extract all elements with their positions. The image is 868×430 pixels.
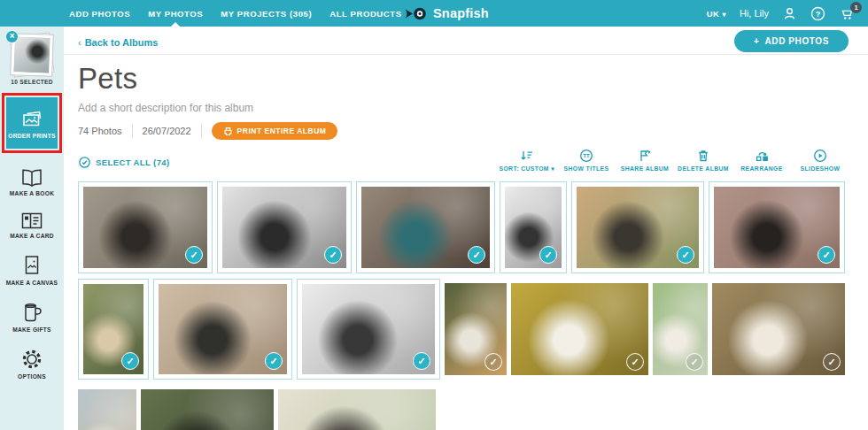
album-top-row: ‹Back to Albums + ADD PHOTOS bbox=[64, 27, 868, 55]
card-icon bbox=[19, 211, 44, 230]
photo-thumbnail[interactable] bbox=[78, 389, 136, 430]
selected-check-icon[interactable]: ✓ bbox=[324, 246, 342, 264]
photo-grid: ✓✓✓✓✓✓✓✓✓✓✓✓✓ bbox=[64, 181, 868, 430]
photo-thumbnail[interactable]: ✓ bbox=[511, 283, 648, 375]
cart-count-badge: 1 bbox=[850, 2, 862, 13]
photo-count: 74 Photos bbox=[78, 126, 122, 136]
photo-image bbox=[278, 389, 436, 430]
chevron-left-icon: ‹ bbox=[78, 37, 81, 48]
titles-icon: TT bbox=[579, 149, 593, 163]
sidebar-item-label: MAKE A BOOK bbox=[10, 190, 54, 196]
selected-check-icon[interactable]: ✓ bbox=[265, 352, 283, 370]
selected-photos-thumbnail bbox=[12, 35, 52, 75]
sidebar-item-make-gifts[interactable]: MAKE GIFTS bbox=[12, 301, 51, 333]
play-circle-icon bbox=[813, 149, 827, 163]
selected-check-icon[interactable]: ✓ bbox=[818, 246, 835, 264]
photo-thumbnail[interactable] bbox=[278, 389, 436, 430]
photo-thumbnail[interactable]: ✓ bbox=[571, 181, 704, 273]
plus-icon: + bbox=[754, 36, 759, 46]
primary-nav: ADD PHOTOS MY PHOTOS MY PROJECTS (305) A… bbox=[0, 0, 402, 27]
sidebar-item-make-a-card[interactable]: MAKE A CARD bbox=[10, 211, 54, 239]
photo-grid-row: ✓✓✓✓✓✓ bbox=[78, 181, 868, 273]
unselected-check-icon[interactable]: ✓ bbox=[823, 353, 841, 371]
slideshow-button[interactable]: SLIDESHOW bbox=[794, 149, 847, 173]
album-date: 26/07/2022 bbox=[143, 126, 191, 136]
unselected-check-icon[interactable]: ✓ bbox=[626, 353, 644, 371]
person-icon bbox=[782, 6, 797, 21]
rearrange-icon bbox=[755, 149, 770, 163]
help-button[interactable]: ? bbox=[810, 6, 825, 21]
projects-sidebar: × 10 SELECTED ORDER PRINTS bbox=[0, 27, 64, 430]
sidebar-item-label: MAKE GIFTS bbox=[12, 326, 51, 333]
photo-thumbnail[interactable]: ✓ bbox=[297, 279, 440, 380]
account-button[interactable] bbox=[782, 6, 797, 21]
photo-image bbox=[141, 389, 274, 430]
photo-thumbnail[interactable]: ✓ bbox=[78, 181, 213, 273]
sidebar-item-make-a-book[interactable]: MAKE A BOOK bbox=[10, 168, 54, 196]
annotation-highlight-box: ORDER PRINTS bbox=[2, 93, 62, 153]
unselected-check-icon[interactable]: ✓ bbox=[484, 353, 502, 371]
sidebar-item-make-a-canvas[interactable]: MAKE A CANVAS bbox=[6, 254, 58, 286]
photo-thumbnail[interactable]: ✓ bbox=[653, 283, 708, 375]
photo-thumbnail[interactable]: ✓ bbox=[217, 181, 352, 273]
nav-my-photos[interactable]: MY PHOTOS bbox=[148, 0, 203, 27]
add-photos-button[interactable]: + ADD PHOTOS bbox=[734, 30, 849, 52]
back-to-albums-link[interactable]: ‹Back to Albums bbox=[78, 37, 158, 48]
album-description-field[interactable]: Add a short description for this album bbox=[78, 102, 849, 114]
chevron-down-icon: ▾ bbox=[722, 11, 726, 19]
cart-button[interactable]: 1 bbox=[839, 6, 856, 21]
fish-icon bbox=[404, 7, 428, 20]
album-header: Pets Add a short description for this al… bbox=[64, 55, 868, 140]
selected-count-label: 10 SELECTED bbox=[11, 79, 53, 85]
photo-thumbnail[interactable]: ✓ bbox=[712, 283, 845, 375]
divider bbox=[132, 124, 133, 138]
selected-check-icon[interactable]: ✓ bbox=[121, 352, 139, 370]
snapfish-logo[interactable]: Snapfish bbox=[404, 0, 489, 27]
selected-check-icon[interactable]: ✓ bbox=[677, 246, 694, 264]
top-navigation-bar: ADD PHOTOS MY PHOTOS MY PROJECTS (305) A… bbox=[0, 0, 868, 27]
share-album-button[interactable]: SHARE ALBUM bbox=[618, 149, 671, 173]
photo-grid-row: ✓✓✓✓✓✓✓ bbox=[78, 279, 868, 380]
nav-all-products[interactable]: ALL PRODUCTS bbox=[329, 0, 401, 27]
print-entire-album-button[interactable]: PRINT ENTIRE ALBUM bbox=[212, 122, 338, 140]
sort-button[interactable]: SORT: CUSTOM ▾ bbox=[499, 149, 554, 173]
delete-album-button[interactable]: DELETE ALBUM bbox=[677, 149, 730, 173]
selected-check-icon[interactable]: ✓ bbox=[185, 246, 203, 264]
nav-add-photos[interactable]: ADD PHOTOS bbox=[69, 0, 130, 27]
photo-grid-row bbox=[78, 385, 868, 430]
photo-thumbnail[interactable]: ✓ bbox=[153, 279, 292, 380]
photo-thumbnail[interactable]: ✓ bbox=[78, 279, 149, 380]
album-toolbar: SELECT ALL (74) SORT: CUSTOM ▾ bbox=[64, 149, 868, 173]
sidebar-item-order-prints[interactable]: ORDER PRINTS bbox=[6, 97, 58, 149]
nav-my-projects[interactable]: MY PROJECTS (305) bbox=[221, 0, 312, 27]
selected-check-icon[interactable]: ✓ bbox=[413, 352, 430, 370]
photo-thumbnail[interactable]: ✓ bbox=[500, 181, 567, 273]
check-circle-icon bbox=[78, 156, 91, 169]
page-title: Pets bbox=[78, 62, 849, 96]
divider bbox=[201, 124, 202, 138]
svg-text:TT: TT bbox=[583, 153, 590, 158]
photo-thumbnail[interactable]: ✓ bbox=[445, 283, 507, 375]
show-titles-button[interactable]: TT SHOW TITLES bbox=[560, 149, 613, 173]
photo-thumbnail[interactable]: ✓ bbox=[356, 181, 495, 273]
unselected-check-icon[interactable]: ✓ bbox=[686, 353, 703, 371]
share-icon bbox=[638, 149, 652, 163]
svg-text:?: ? bbox=[816, 9, 821, 18]
selected-check-icon[interactable]: ✓ bbox=[539, 246, 557, 264]
brand-name: Snapfish bbox=[433, 6, 489, 20]
account-area: UK▾ Hi, Lily ? bbox=[707, 0, 856, 27]
album-page: ‹Back to Albums + ADD PHOTOS Pets Add a … bbox=[64, 27, 868, 430]
selected-photos-tray[interactable]: × 10 SELECTED bbox=[11, 35, 53, 85]
sidebar-item-options[interactable]: OPTIONS bbox=[18, 348, 46, 380]
rearrange-button[interactable]: REARRANGE bbox=[735, 149, 788, 173]
select-all-button[interactable]: SELECT ALL (74) bbox=[78, 156, 170, 173]
photo-thumbnail[interactable]: ✓ bbox=[709, 181, 845, 273]
canvas-icon bbox=[21, 254, 43, 277]
greeting-text: Hi, Lily bbox=[740, 8, 769, 19]
photo-thumbnail[interactable] bbox=[141, 389, 274, 430]
snapfish-app: ADD PHOTOS MY PHOTOS MY PROJECTS (305) A… bbox=[0, 0, 868, 430]
album-meta-row: 74 Photos 26/07/2022 PRINT ENTIRE ALBUM bbox=[78, 122, 849, 140]
selected-check-icon[interactable]: ✓ bbox=[468, 246, 485, 264]
region-selector[interactable]: UK▾ bbox=[707, 9, 726, 19]
album-actions: SORT: CUSTOM ▾ TT SHOW TITLES bbox=[499, 149, 847, 173]
